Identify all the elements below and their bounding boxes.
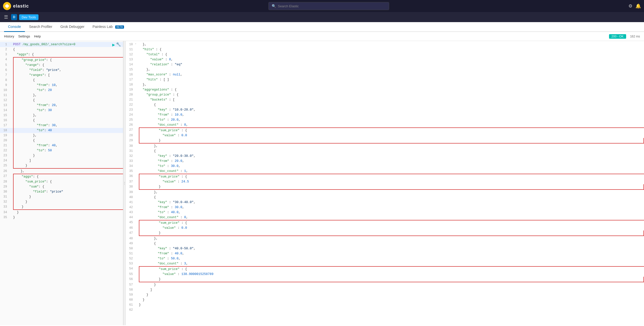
help-button[interactable]: Help (34, 34, 41, 38)
line-num-5: 5 (0, 63, 9, 68)
resp-num-11: 11 (126, 47, 135, 52)
editor-line-9: 9 "from": 10, (0, 83, 123, 88)
line-content-17: "from": 30, (13, 123, 123, 128)
run-button[interactable]: ▶ (112, 42, 115, 48)
editor-line-21: 21 "from": 40, (0, 143, 123, 148)
resp-content-27: "sum_price" : { (139, 127, 644, 133)
editor-line-4: 4 "group_price": { (0, 57, 123, 63)
tabbar: Console Search Profiler Grok Debugger Pa… (0, 22, 644, 32)
resp-line-24: 24 "from" : 10.0, (126, 112, 644, 117)
resp-content-33: "from" : 20.0, (139, 159, 644, 164)
resp-num-44: 44 (126, 215, 135, 220)
resp-content-20: "group_price" : { (139, 92, 644, 97)
editor-line-24: 24 ] (0, 158, 123, 163)
line-num-32: 32 (0, 199, 9, 204)
line-num-13: 13 (0, 103, 9, 108)
resp-num-40: 40 (126, 195, 135, 200)
line-content-30: "field": "price" (13, 189, 123, 194)
pane-separator[interactable]: ⋮ (123, 41, 126, 325)
response-pane[interactable]: 10 * }, 11 "hits" : { 12 "total" : { 13 (126, 41, 644, 325)
resp-content-50: "key" : "40.0-50.0", (139, 246, 644, 251)
line-num-26: 26 (0, 169, 9, 174)
status-badge: 200 - OK (609, 34, 626, 39)
resp-num-50: 50 (126, 246, 135, 251)
resp-line-11: 11 "hits" : { (126, 47, 644, 52)
resp-content-38: } (139, 184, 644, 190)
resp-num-53: 53 (126, 261, 135, 266)
resp-content-44: "doc_count" : 0, (139, 215, 644, 220)
search-input-wrapper[interactable]: 🔍 (268, 2, 389, 10)
editor-pane[interactable]: ▶ 🔧 1 POST /my_goods_002/_search?size=0 … (0, 41, 123, 325)
resp-num-17: 17 (126, 77, 135, 82)
resp-content-12: "total" : { (139, 52, 644, 57)
line-num-19: 19 (0, 133, 9, 138)
resp-num-14: 14 (126, 62, 135, 67)
resp-num-48: 48 (126, 236, 135, 241)
resp-num-22: 22 (126, 102, 135, 107)
resp-line-37: 37 "value" : 24.5 (126, 179, 644, 184)
line-num-31: 31 (0, 194, 9, 199)
tab-painless-lab[interactable]: Painless Lab BETA (89, 22, 128, 32)
settings-button[interactable]: Settings (18, 34, 30, 38)
line-num-18: 18 (0, 128, 9, 133)
resp-line-21: 21 "buckets" : [ (126, 97, 644, 102)
settings-icon[interactable]: ⚙ (628, 3, 632, 9)
line-content-28: "sum_price": { (13, 179, 123, 184)
line-num-27: 27 (0, 174, 9, 179)
search-input[interactable] (278, 4, 386, 8)
editor-line-23: 23 } (0, 153, 123, 158)
editor-line-11: 11 }, (0, 93, 123, 98)
resp-num-20: 20 (126, 92, 135, 97)
history-button[interactable]: History (4, 34, 14, 38)
resp-num-32: 32 (126, 154, 135, 159)
line-content-32: } (13, 199, 123, 204)
resp-content-17: "hits" : [ ] (139, 77, 644, 82)
resp-num-58: 58 (126, 287, 135, 292)
resp-line-36: 36 "sum_price" : { (126, 174, 644, 179)
logo-text: elastic (13, 4, 29, 9)
dev-tools-button[interactable]: Dev Tools (19, 14, 38, 20)
resp-line-39: 39 }, (126, 190, 644, 195)
line-content-20: { (13, 138, 123, 143)
resp-content-16: "max_score" : null, (139, 72, 644, 77)
logo-area: elastic (3, 2, 29, 10)
resp-line-38: 38 } (126, 184, 644, 190)
resp-content-30: }, (139, 144, 644, 149)
line-num-7: 7 (0, 73, 9, 78)
resp-num-49: 49 (126, 241, 135, 246)
resp-line-28: 28 "value" : 0.0 (126, 133, 644, 138)
resp-content-41: "key" : "30.0-40.0", (139, 200, 644, 205)
notifications-icon[interactable]: 🔔 (635, 3, 641, 9)
resp-line-59: 59 } (126, 292, 644, 297)
resp-content-60: } (139, 297, 644, 302)
resp-content-32: "key" : "20.0-30.0", (139, 154, 644, 159)
editor-line-25: 25 } (0, 163, 123, 169)
navbar: elastic 🔍 ⚙ 🔔 (0, 0, 644, 12)
resp-line-12: 12 "total" : { (126, 52, 644, 57)
search-icon: 🔍 (272, 4, 276, 8)
line-content-29: "sum": { (13, 184, 123, 189)
wrench-button[interactable]: 🔧 (116, 42, 121, 48)
resp-content-59: } (139, 292, 644, 297)
line-content-2: { (13, 47, 123, 52)
tab-search-profiler[interactable]: Search Profiler (25, 22, 56, 32)
resp-num-45: 45 (126, 220, 135, 225)
resp-num-57: 57 (126, 282, 135, 287)
editor-line-26: 26 }, (0, 169, 123, 174)
line-content-35: } (13, 215, 123, 220)
line-num-35: 35 (0, 215, 9, 220)
line-num-22: 22 (0, 148, 9, 153)
resp-num-29: 29 (126, 138, 135, 143)
line-content-26: }, (13, 169, 123, 174)
resp-line-55: 55 "value" : 138.9000015258789 (126, 272, 644, 277)
resp-content-52: "to" : 50.0, (139, 256, 644, 261)
hamburger-icon[interactable]: ☰ (4, 14, 8, 20)
tab-console[interactable]: Console (4, 22, 25, 32)
line-content-33: } (13, 204, 123, 210)
line-num-33: 33 (0, 204, 9, 209)
editor-line-16: 16 { (0, 118, 123, 123)
resp-num-36: 36 (126, 174, 135, 179)
resp-content-61: } (139, 302, 644, 307)
editor-line-30: 30 "field": "price" (0, 189, 123, 194)
tab-grok-debugger[interactable]: Grok Debugger (56, 22, 89, 32)
